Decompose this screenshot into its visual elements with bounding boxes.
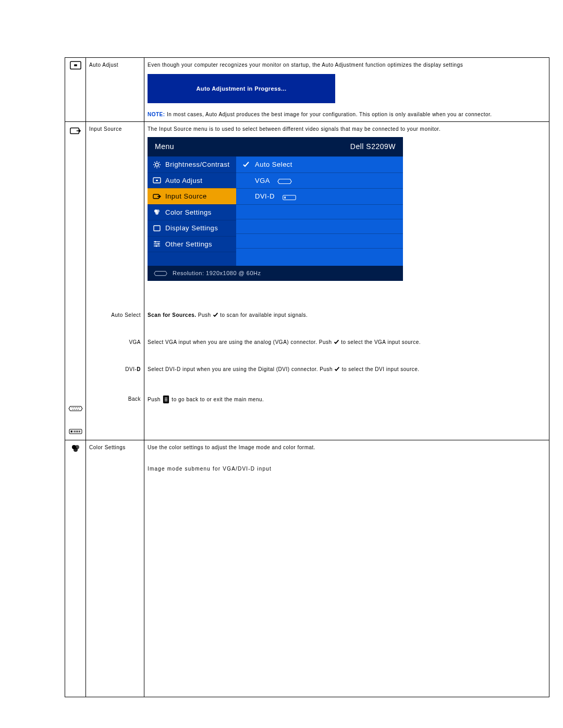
osd-title: Menu (155, 141, 174, 152)
osd-item-label: Auto Adjust (165, 176, 202, 186)
svg-point-38 (157, 243, 159, 245)
svg-point-9 (74, 409, 75, 410)
other-settings-icon (153, 240, 161, 248)
osd-screenshot: Menu Dell S2209W Brightness/Contrast Aut… (148, 137, 403, 281)
svg-point-11 (78, 409, 78, 410)
auto-adjust-note: NOTE: In most cases, Auto Adjust produce… (148, 110, 546, 118)
svg-point-5 (75, 408, 76, 408)
svg-rect-33 (154, 226, 160, 231)
sub-label-bold: D (137, 366, 141, 372)
input-source-icon (68, 126, 82, 138)
svg-point-8 (72, 409, 73, 410)
row-label: Auto Adjust (86, 58, 144, 122)
svg-point-6 (77, 408, 77, 408)
sub-label-pre: DVI- (125, 366, 137, 372)
osd-left-menu: Brightness/Contrast Auto Adjust Input So… (148, 156, 236, 266)
svg-rect-13 (70, 430, 72, 432)
osd-item-label: Input Source (165, 191, 207, 202)
color-settings-desc: Use the color settings to adjust the Ima… (148, 443, 546, 451)
subrow-back: Back Push to go back to or exit the main… (65, 392, 549, 440)
svg-rect-1 (74, 64, 77, 66)
row-label: Input Source (86, 122, 144, 309)
svg-point-10 (76, 409, 77, 410)
svg-rect-14 (74, 430, 75, 432)
vga-connector-icon (277, 177, 292, 183)
dvi-connector-icon (282, 193, 297, 200)
display-settings-icon (153, 224, 161, 232)
svg-point-37 (154, 241, 156, 243)
back-icon (162, 395, 170, 404)
dvi-connector-icon (68, 428, 83, 437)
osd-model: Dell S2209W (350, 141, 396, 152)
color-settings-icon (153, 208, 161, 216)
svg-point-32 (155, 212, 158, 215)
sub-label: Auto Select (86, 308, 144, 335)
osd-option-label: DVI-D (255, 191, 275, 202)
scan-bold: Scan for Sources. (148, 312, 197, 318)
osd-item-label: Color Settings (165, 207, 212, 218)
brightness-icon (153, 161, 161, 169)
sub-label: VGA (86, 335, 144, 362)
svg-rect-41 (284, 196, 286, 199)
auto-adjust-desc: Even though your computer recognizes you… (148, 61, 546, 69)
vga-connector-icon (68, 405, 83, 414)
check-icon (334, 339, 339, 345)
row-color-settings: Color Settings Use the color settings to… (65, 440, 549, 697)
osd-item-label: Brightness/Contrast (165, 159, 230, 170)
osd-item-label: Other Settings (165, 239, 212, 250)
osd-right-panel: Auto Select VGA DVI-D (236, 156, 403, 266)
subrow-auto-select: Auto Select Scan for Sources. Push to sc… (65, 308, 549, 335)
svg-line-26 (159, 162, 160, 163)
svg-point-3 (71, 408, 72, 408)
svg-line-24 (159, 166, 160, 167)
sub-label: Back (86, 392, 144, 440)
svg-point-18 (155, 163, 158, 166)
auto-adjust-banner: Auto Adjustment in Progress... (148, 74, 335, 103)
osd-option-label: Auto Select (255, 159, 292, 170)
auto-adjust-icon (70, 61, 81, 70)
row-auto-adjust: Auto Adjust Even though your computer re… (65, 58, 549, 122)
svg-rect-15 (76, 430, 77, 432)
svg-point-4 (73, 408, 74, 408)
color-settings-sub: Image mode submenu for VGA/DVI-D input (148, 465, 546, 473)
input-source-desc: The Input Source menu is to used to sele… (148, 125, 546, 133)
check-icon (334, 366, 340, 372)
svg-rect-17 (79, 430, 80, 432)
settings-table: Auto Adjust Even though your computer re… (65, 57, 549, 697)
osd-footer-text: Resolution: 1920x1080 @ 60Hz (173, 269, 261, 278)
note-text: In most cases, Auto Adjust produces the … (165, 112, 492, 117)
vga-connector-icon (154, 270, 167, 276)
check-icon (242, 161, 250, 168)
svg-line-25 (154, 166, 155, 167)
svg-rect-28 (156, 180, 158, 181)
note-label: NOTE: (148, 112, 165, 117)
row-label: Color Settings (86, 440, 144, 697)
osd-item-label: Display Settings (165, 223, 218, 233)
input-source-icon (153, 192, 161, 201)
svg-point-7 (79, 408, 79, 408)
osd-option-label: VGA (255, 176, 270, 186)
subrow-vga: VGA Select VGA input when you are using … (65, 335, 549, 362)
row-input-source: Input Source The Input Source menu is to… (65, 122, 549, 309)
svg-line-23 (154, 162, 155, 163)
color-settings-icon (70, 448, 81, 454)
svg-point-39 (155, 245, 157, 247)
subrow-dvi: DVI-D Select DVI-D input when you are us… (65, 362, 549, 392)
svg-rect-16 (77, 430, 78, 432)
check-icon (213, 312, 218, 318)
auto-adjust-icon (153, 176, 161, 184)
svg-point-48 (74, 448, 78, 452)
